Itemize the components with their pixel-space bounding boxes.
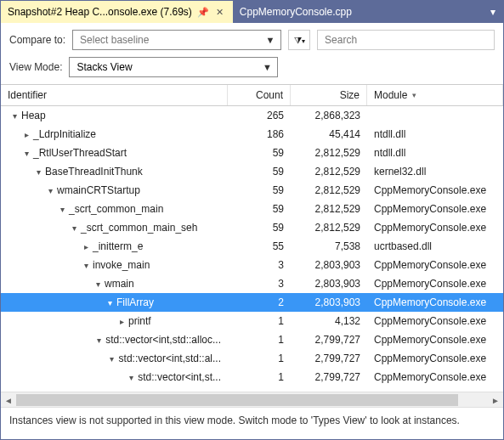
size-cell: 2,812,529 [291, 203, 367, 215]
expander-open-icon[interactable]: ▾ [81, 260, 91, 270]
expander-open-icon[interactable]: ▾ [93, 279, 103, 289]
row-label: Heap [21, 110, 46, 121]
expander-open-icon[interactable]: ▾ [69, 223, 79, 233]
size-cell: 2,799,727 [291, 371, 367, 383]
viewmode-value: Stacks View [76, 61, 132, 73]
size-cell: 7,538 [291, 240, 367, 252]
expander-open-icon[interactable]: ▾ [126, 372, 136, 382]
count-cell: 2 [228, 296, 291, 308]
chevron-down-icon: ▼ [263, 35, 277, 45]
scroll-left-arrow[interactable]: ◄ [1, 392, 16, 408]
col-count[interactable]: Count [228, 85, 291, 105]
toolbar-row-1: Compare to: Select baseline ▼ ⧩▾ Search [1, 23, 503, 54]
tree-row[interactable]: ▸_initterm_e557,538ucrtbased.dll [1, 237, 503, 256]
pin-icon[interactable]: 📌 [197, 6, 209, 18]
expander-closed-icon[interactable]: ▸ [81, 241, 91, 251]
col-size[interactable]: Size [291, 85, 367, 105]
count-cell: 1 [228, 371, 291, 383]
tree-row[interactable]: ▾wmain32,803,903CppMemoryConsole.exe [1, 274, 503, 293]
tree-row[interactable]: ▾std::vector<int,std::alloc...12,799,727… [1, 330, 503, 349]
tree-row[interactable]: ▾_RtlUserThreadStart592,812,529ntdll.dll [1, 144, 503, 162]
count-cell: 59 [228, 184, 291, 196]
identifier-cell: ▾_scrt_common_main_seh [1, 222, 228, 234]
expander-open-icon[interactable]: ▾ [93, 335, 104, 345]
count-cell: 3 [228, 259, 291, 271]
expander-open-icon[interactable]: ▾ [107, 353, 117, 364]
size-cell: 2,812,529 [291, 184, 367, 196]
sort-indicator-icon: ▾ [412, 91, 416, 99]
module-cell: ntdll.dll [367, 147, 503, 159]
scroll-thumb[interactable] [16, 394, 458, 406]
size-cell: 2,803,903 [291, 296, 367, 308]
row-label: std::vector<int,st... [138, 371, 221, 383]
tree-row[interactable]: ▾invoke_main32,803,903CppMemoryConsole.e… [1, 256, 503, 274]
tab-overflow-dropdown[interactable]: ▾ [483, 1, 503, 23]
tree-row[interactable]: ▾std::vector<int,std::al...12,799,727Cpp… [1, 349, 503, 368]
viewmode-combo[interactable]: Stacks View ▼ [69, 57, 278, 77]
baseline-combo[interactable]: Select baseline ▼ [72, 30, 281, 50]
size-cell: 2,799,727 [291, 334, 367, 346]
tree-row[interactable]: ▾BaseThreadInitThunk592,812,529kernel32.… [1, 162, 503, 181]
scroll-right-arrow[interactable]: ► [488, 392, 503, 408]
expander-closed-icon[interactable]: ▸ [21, 129, 31, 139]
tree-row[interactable]: ▾_scrt_common_main_seh592,812,529CppMemo… [1, 218, 503, 237]
row-label: std::vector<int,std::alloc... [105, 334, 221, 346]
tree-row[interactable]: ▸printf14,132CppMemoryConsole.exe [1, 312, 503, 330]
row-label: _scrt_common_main_seh [81, 222, 197, 234]
count-cell: 55 [228, 240, 291, 252]
identifier-cell: ▾_scrt_common_main [1, 203, 228, 215]
expander-closed-icon[interactable]: ▸ [116, 316, 127, 326]
count-cell: 59 [228, 222, 291, 234]
module-cell: CppMemoryConsole.exe [367, 184, 503, 196]
tab-source[interactable]: CppMemoryConsole.cpp [233, 1, 359, 23]
expander-open-icon[interactable]: ▾ [105, 297, 115, 307]
tree-row[interactable]: ▾Heap2652,868,323 [1, 106, 503, 125]
count-cell: 1 [228, 334, 291, 346]
row-label: BaseThreadInitThunk [45, 166, 143, 178]
col-module[interactable]: Module▾ [367, 85, 503, 105]
module-cell: ntdll.dll [367, 128, 503, 140]
search-placeholder: Search [325, 34, 357, 46]
count-cell: 186 [228, 128, 291, 140]
identifier-cell: ▾std::vector<int,std::al... [1, 353, 228, 364]
tree-row[interactable]: ▾FillArray22,803,903CppMemoryConsole.exe [1, 293, 503, 312]
identifier-cell: ▾invoke_main [1, 259, 228, 271]
module-cell: CppMemoryConsole.exe [367, 259, 503, 271]
module-cell: CppMemoryConsole.exe [367, 371, 503, 383]
count-cell: 265 [228, 110, 291, 121]
tree-row[interactable]: ▸_LdrpInitialize18645,414ntdll.dll [1, 125, 503, 144]
row-label: wmainCRTStartup [57, 184, 140, 196]
count-cell: 59 [228, 166, 291, 178]
tree-row[interactable]: ▾std::vector<int,st...12,799,727CppMemor… [1, 368, 503, 386]
expander-open-icon[interactable]: ▾ [9, 110, 20, 121]
expander-open-icon[interactable]: ▾ [57, 204, 67, 214]
row-label: _scrt_common_main [69, 203, 163, 215]
module-cell: CppMemoryConsole.exe [367, 315, 503, 327]
size-cell: 2,812,529 [291, 166, 367, 178]
search-input[interactable]: Search [317, 30, 495, 50]
filter-icon: ⧩▾ [294, 35, 305, 46]
expander-open-icon[interactable]: ▾ [33, 166, 43, 177]
close-icon[interactable]: ✕ [214, 6, 226, 18]
count-cell: 1 [228, 315, 291, 327]
tab-snapshot[interactable]: Snapshot#2 Heap C...onsole.exe (7.69s) 📌… [1, 1, 233, 23]
row-label: _initterm_e [93, 240, 143, 252]
filter-button[interactable]: ⧩▾ [288, 30, 310, 50]
expander-open-icon[interactable]: ▾ [21, 148, 31, 158]
tab-label: Snapshot#2 Heap C...onsole.exe (7.69s) [8, 6, 192, 18]
tree-row[interactable]: ▾_scrt_common_main592,812,529CppMemoryCo… [1, 200, 503, 218]
count-cell: 3 [228, 278, 291, 290]
expander-open-icon[interactable]: ▾ [45, 185, 55, 195]
module-cell: kernel32.dll [367, 166, 503, 178]
tree-row[interactable]: ▾wmainCRTStartup592,812,529CppMemoryCons… [1, 181, 503, 200]
toolbar-row-2: View Mode: Stacks View ▼ [1, 54, 503, 84]
baseline-placeholder: Select baseline [80, 34, 149, 46]
identifier-cell: ▾std::vector<int,std::alloc... [1, 334, 228, 346]
tab-label: CppMemoryConsole.cpp [240, 6, 352, 18]
identifier-cell: ▾BaseThreadInitThunk [1, 166, 228, 178]
identifier-cell: ▾_RtlUserThreadStart [1, 147, 228, 159]
col-identifier[interactable]: Identifier [1, 85, 228, 105]
horizontal-scrollbar[interactable]: ◄ ► [1, 392, 503, 407]
count-cell: 1 [228, 353, 291, 364]
tab-bar: Snapshot#2 Heap C...onsole.exe (7.69s) 📌… [1, 1, 503, 23]
